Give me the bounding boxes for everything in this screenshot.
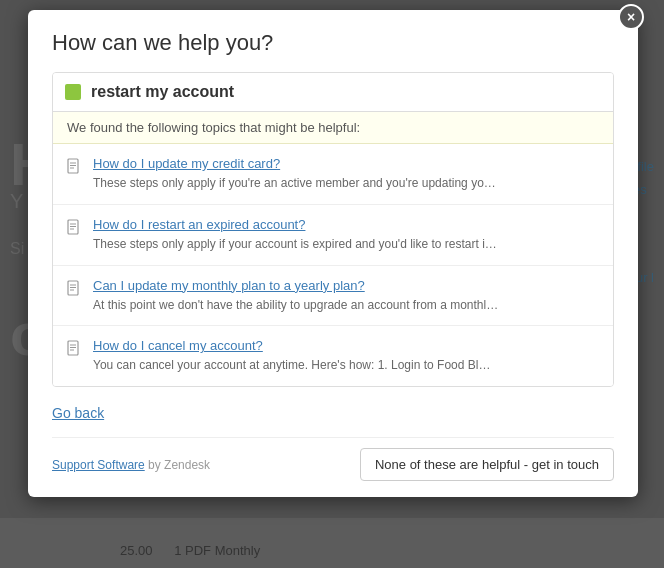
article-link[interactable]: How do I restart an expired account?: [93, 217, 599, 232]
zendesk-attribution: Support Software by Zendesk: [52, 458, 210, 472]
document-icon: [67, 340, 83, 358]
article-content: Can I update my monthly plan to a yearly…: [93, 278, 599, 314]
document-icon: [67, 158, 83, 176]
article-item: Can I update my monthly plan to a yearly…: [53, 266, 613, 327]
article-content: How do I update my credit card? These st…: [93, 156, 599, 192]
article-item: How do I cancel my account? You can canc…: [53, 326, 613, 386]
document-icon: [67, 280, 83, 298]
article-link[interactable]: How do I update my credit card?: [93, 156, 599, 171]
helpful-banner: We found the following topics that might…: [53, 112, 613, 144]
article-snippet: These steps only apply if you're an acti…: [93, 176, 496, 190]
help-modal: × How can we help you? restart my accoun…: [28, 10, 638, 497]
article-link[interactable]: How do I cancel my account?: [93, 338, 599, 353]
modal-title: How can we help you?: [52, 30, 614, 56]
document-icon: [67, 219, 83, 237]
panel-header: restart my account: [53, 73, 613, 112]
panel-header-title: restart my account: [91, 83, 234, 101]
article-snippet: You can cancel your account at anytime. …: [93, 358, 490, 372]
article-item: How do I update my credit card? These st…: [53, 144, 613, 205]
close-button[interactable]: ×: [618, 4, 644, 30]
article-link[interactable]: Can I update my monthly plan to a yearly…: [93, 278, 599, 293]
get-in-touch-button[interactable]: None of these are helpful - get in touch: [360, 448, 614, 481]
article-content: How do I cancel my account? You can canc…: [93, 338, 599, 374]
modal-footer: Go back: [52, 401, 614, 421]
article-item: How do I restart an expired account? The…: [53, 205, 613, 266]
articles-list: How do I update my credit card? These st…: [53, 144, 613, 386]
support-software-link[interactable]: Support Software: [52, 458, 145, 472]
panel-header-icon: [65, 84, 81, 100]
article-snippet: These steps only apply if your account i…: [93, 237, 497, 251]
modal-bottom-bar: Support Software by Zendesk None of thes…: [52, 437, 614, 481]
articles-panel: restart my account We found the followin…: [52, 72, 614, 387]
go-back-link[interactable]: Go back: [52, 405, 104, 421]
article-snippet: At this point we don't have the ability …: [93, 298, 498, 312]
article-content: How do I restart an expired account? The…: [93, 217, 599, 253]
